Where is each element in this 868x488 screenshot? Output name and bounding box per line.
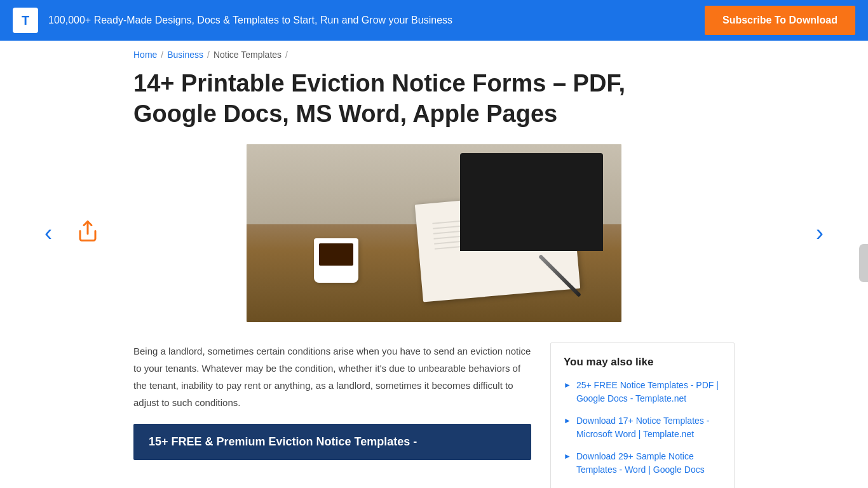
content-section: Being a landlord, sometimes certain cond… <box>133 342 735 488</box>
breadcrumb-home[interactable]: Home <box>133 50 157 60</box>
subscribe-button[interactable]: Subscribe To Download <box>705 6 855 35</box>
paper <box>415 191 580 302</box>
sidebar-link-1[interactable]: 25+ FREE Notice Templates - PDF | Google… <box>576 379 721 405</box>
sidebar-title: You may also like <box>564 356 721 369</box>
hero-image <box>247 144 621 322</box>
breadcrumb-business[interactable]: Business <box>167 50 203 60</box>
content-main: Being a landlord, sometimes certain cond… <box>133 342 531 488</box>
sidebar-arrow-3: ► <box>564 452 571 461</box>
sidebar-link-item-2: ► Download 17+ Notice Templates - Micros… <box>564 414 721 441</box>
main-content: 14+ Printable Eviction Notice Forms – PD… <box>0 69 868 488</box>
tagline: 100,000+ Ready-Made Designs, Docs & Temp… <box>48 15 452 26</box>
breadcrumb-sep-2: / <box>207 50 210 60</box>
sidebar-link-item-3: ► Download 29+ Sample Notice Templates -… <box>564 450 721 477</box>
intro-text: Being a landlord, sometimes certain cond… <box>133 342 531 411</box>
page-title: 14+ Printable Eviction Notice Forms – PD… <box>133 69 654 129</box>
sidebar-card: You may also like ► 25+ FREE Notice Temp… <box>550 342 735 488</box>
sidebar-arrow-2: ► <box>564 416 571 425</box>
logo-icon: T <box>13 8 38 33</box>
paper-lines <box>433 212 561 253</box>
cta-banner[interactable]: 15+ FREE & Premium Eviction Notice Templ… <box>133 424 531 460</box>
desk-scene <box>247 144 621 322</box>
content-sidebar: You may also like ► 25+ FREE Notice Temp… <box>550 342 735 488</box>
sidebar-link-item-1: ► 25+ FREE Notice Templates - PDF | Goog… <box>564 379 721 405</box>
breadcrumb-current: Notice Templates <box>214 50 281 60</box>
sidebar-arrow-1: ► <box>564 381 571 390</box>
share-icon[interactable] <box>76 220 99 247</box>
breadcrumb-sep-3: / <box>285 50 288 60</box>
hero-container: ‹ <box>133 144 735 322</box>
scroll-indicator[interactable] <box>859 244 868 282</box>
sidebar-link-2[interactable]: Download 17+ Notice Templates - Microsof… <box>576 414 721 441</box>
coffee-cup <box>314 238 358 283</box>
breadcrumb-sep-1: / <box>161 50 163 60</box>
top-bar: T 100,000+ Ready-Made Designs, Docs & Te… <box>0 0 868 41</box>
sidebar-link-3[interactable]: Download 29+ Sample Notice Templates - W… <box>576 450 721 477</box>
prev-arrow[interactable]: ‹ <box>44 222 52 245</box>
top-bar-left: T 100,000+ Ready-Made Designs, Docs & Te… <box>13 8 452 33</box>
next-arrow[interactable]: › <box>816 222 824 245</box>
breadcrumb: Home / Business / Notice Templates / <box>0 41 868 69</box>
